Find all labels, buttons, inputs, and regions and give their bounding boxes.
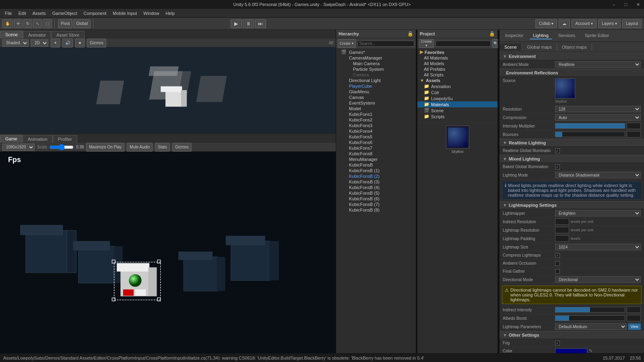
intensity-number[interactable]: 1	[627, 123, 641, 129]
albedo-boost-slider[interactable]	[555, 315, 625, 321]
play-button[interactable]: ▶	[231, 19, 242, 28]
animation-folder[interactable]: 📁 Animation	[417, 83, 497, 89]
ambient-mode-select[interactable]: Realtime	[555, 61, 641, 68]
fog-checkbox[interactable]: ✓	[555, 341, 560, 346]
resolution-select-inp[interactable]: 128	[555, 106, 641, 112]
lightmap-params-select[interactable]: Default-Medium	[555, 323, 627, 330]
lighting-tab-btn[interactable]: Lighting	[530, 32, 552, 39]
hier-item-19[interactable]: MenuManager	[336, 156, 416, 162]
env-reflections-header[interactable]: Environment Reflections	[500, 69, 644, 77]
close-button[interactable]: ✕	[632, 0, 644, 9]
services-tab-btn[interactable]: Services	[555, 32, 578, 39]
hier-item-15[interactable]: KubicFons5	[336, 134, 416, 140]
move-tool[interactable]: ✛	[14, 19, 23, 28]
project-create-btn[interactable]: Create ▾	[419, 39, 434, 48]
pivot-button[interactable]: Pivot	[58, 19, 72, 28]
scene-item[interactable]: 🎬 Scene	[417, 107, 497, 113]
game-gizmos-btn[interactable]: Gizmos	[172, 143, 192, 152]
hier-item-9[interactable]: EventSystem	[336, 100, 416, 106]
scripts-folder[interactable]: 📁 Scripts	[417, 113, 497, 119]
create-button[interactable]: Create ▾	[338, 39, 356, 48]
hier-item-28[interactable]: KubicFonsB (8)	[336, 207, 416, 213]
intensity-slider[interactable]	[555, 123, 625, 129]
compression-select[interactable]: Auto	[555, 114, 641, 121]
lightmap-res-input[interactable]: 40	[555, 227, 569, 233]
project-lock-icon[interactable]: 🔒	[489, 31, 495, 37]
game-tab[interactable]: Game	[0, 135, 23, 143]
menu-assets[interactable]: Assets	[29, 10, 49, 16]
menu-mobileinput[interactable]: Mobile Input	[109, 10, 140, 16]
all-materials-item[interactable]: All Materials	[417, 55, 497, 61]
hier-item-6[interactable]: PlayerCube	[336, 83, 416, 89]
materials-folder[interactable]: 📁 Materials	[417, 101, 497, 107]
colr-folder[interactable]: 📁 Colr	[417, 89, 497, 95]
hier-item-16[interactable]: KubicFons6	[336, 140, 416, 145]
directional-select[interactable]: Directional	[555, 276, 641, 283]
albedo-boost-num[interactable]: 1	[627, 315, 641, 321]
rect-tool[interactable]: ⬚	[43, 19, 52, 28]
hier-item-7[interactable]: GlavMenu	[336, 89, 416, 95]
menu-help[interactable]: Help	[162, 10, 178, 16]
realtime-gi-checkbox[interactable]: ✓	[555, 148, 560, 153]
stats-btn[interactable]: Stats	[155, 143, 170, 152]
resolution-select[interactable]: 1080x1920	[2, 144, 35, 151]
scene-effects-btn[interactable]: ★	[75, 39, 85, 47]
hier-item-4[interactable]: Camera	[336, 72, 416, 78]
hier-item-8[interactable]: Canvas	[336, 95, 416, 100]
pause-button[interactable]: ⏸	[243, 19, 254, 28]
shading-select[interactable]: Shaded	[2, 39, 29, 47]
assets-folder[interactable]: ▼ Assets	[417, 78, 497, 83]
layers-button[interactable]: Layers ▾	[598, 19, 621, 28]
hier-item-14[interactable]: KubicFons4	[336, 128, 416, 134]
cloud-button[interactable]: ☁	[559, 19, 570, 28]
hierarchy-lock-icon[interactable]: 🔒	[407, 31, 413, 37]
favorites-folder[interactable]: ▶ Favorites	[417, 49, 497, 55]
hand-tool[interactable]: ✋	[2, 19, 13, 28]
game-viewport[interactable]: Fps	[0, 152, 336, 362]
other-settings-header[interactable]: ▼ Other Settings	[500, 331, 644, 339]
account-button[interactable]: Account ▾	[572, 19, 597, 28]
profiler-tab[interactable]: Profiler	[53, 135, 77, 143]
view-button[interactable]: View	[628, 323, 641, 330]
occlusion-checkbox[interactable]	[555, 261, 560, 266]
hier-item-11[interactable]: KubicFons1	[336, 111, 416, 117]
lightmap-size-select[interactable]: 1024	[555, 244, 641, 250]
indirect-intensity-slider[interactable]	[555, 307, 625, 313]
menu-gameobject[interactable]: GameObject	[49, 10, 80, 16]
animation-tab[interactable]: Animation	[23, 135, 53, 143]
scene-viewport[interactable]	[0, 47, 336, 133]
scene-tab[interactable]: Scene	[0, 31, 23, 39]
minimize-button[interactable]: –	[608, 0, 620, 9]
hier-item-3[interactable]: Particle System	[336, 66, 416, 72]
menu-file[interactable]: File	[2, 10, 15, 16]
all-scripts-item[interactable]: All Scripts	[417, 72, 497, 78]
lowpolysu-folder[interactable]: 📁 LowpolySu	[417, 95, 497, 101]
hier-item-23[interactable]: KubicFonsB (3)	[336, 179, 416, 185]
maximize-play-btn[interactable]: Maximize On Play	[86, 143, 124, 152]
realtime-lighting-header[interactable]: ▼ Realtime Lighting	[500, 139, 644, 147]
hier-item-20[interactable]: KubicFonsB	[336, 162, 416, 168]
hier-item-5[interactable]: Directional Light	[336, 78, 416, 83]
layout-button[interactable]: Layout	[622, 19, 642, 28]
hier-item-22[interactable]: KubicFonsB (2)	[336, 173, 416, 179]
hier-item-24[interactable]: KubicFonsB (4)	[336, 185, 416, 190]
hier-item-1[interactable]: CameraManager	[336, 55, 416, 61]
indirect-res-input[interactable]: 2	[555, 218, 569, 225]
game-canvas[interactable]: Fps	[0, 152, 336, 362]
all-models-item[interactable]: All Models	[417, 61, 497, 66]
gizmos-btn[interactable]: Gizmos	[87, 39, 106, 47]
menu-window[interactable]: Window	[140, 10, 162, 16]
step-button[interactable]: ⏭	[255, 19, 266, 28]
scene-lights-btn[interactable]: ☀	[51, 39, 60, 47]
hier-item-10[interactable]: Model	[336, 106, 416, 111]
inspector-tab[interactable]: Inspector	[502, 32, 526, 39]
maximize-button[interactable]: □	[620, 0, 632, 9]
global-maps-subtab[interactable]: Global maps	[522, 43, 557, 51]
rotate-tool[interactable]: ↻	[23, 19, 32, 28]
lightmap-padding-input[interactable]: 2	[555, 235, 569, 242]
compress-checkbox[interactable]: ✓	[555, 253, 560, 258]
asset-store-tab[interactable]: Asset Store	[51, 31, 85, 39]
hier-item-26[interactable]: KubicFonsB (6)	[336, 196, 416, 202]
menu-edit[interactable]: Edit	[15, 10, 29, 16]
hier-item-13[interactable]: KubicFons3	[336, 123, 416, 128]
